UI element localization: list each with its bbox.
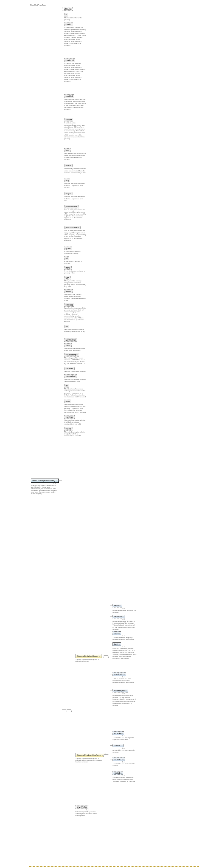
attr-desc: A qualified code which identifies a conc…: [64, 251, 86, 254]
attr-desc: The unit of the value attribute - expres…: [64, 378, 86, 382]
concept-relationships-group: ConceptRelationshipsGroup ⊟: [76, 753, 106, 757]
element-desc: An identifier of a more specific concept…: [113, 763, 137, 767]
root-label: newsCoverageExtProperty: [32, 480, 55, 482]
attr-value: value: [64, 343, 71, 347]
attr-desc: Why the metadata has been included - exp…: [64, 196, 86, 203]
root-description: Extension Property; the semantics are de…: [31, 485, 58, 494]
element-broader: broader⊞: [113, 744, 124, 747]
attr-desc: The identifier of a concept defining the…: [64, 404, 86, 413]
attr-desc: If the property value is not defined, sp…: [64, 27, 86, 57]
attribute-column: idThe local identifier of the property.c…: [64, 13, 99, 438]
sequence-connector: [66, 710, 72, 712]
attr-howuri: howuri: [64, 164, 73, 167]
attr-validfrom: validfrom: [64, 415, 75, 419]
attr-desc: If set to true the corresponding propert…: [64, 122, 86, 147]
attr-desc: The datatype of the value attribute – it…: [64, 357, 86, 365]
attr-how: how: [64, 148, 70, 152]
attr-reluri: reluri: [64, 400, 71, 403]
cdg-desc: A group of properties required to define…: [76, 659, 103, 662]
element-desc: A natural language name for the concept.: [113, 609, 137, 613]
attr-desc: Indicates by which means the value was e…: [64, 168, 86, 177]
element-note: note⊞: [113, 631, 121, 635]
attr-desc: The date (and, optionally, the time) aft…: [64, 431, 86, 437]
crg-label: ConceptRelationshipsGroup: [77, 754, 101, 756]
sequence-connector: [103, 655, 109, 658]
attr-desc: The identifier of a concept defining the…: [64, 388, 86, 398]
attributes-box: attributes: [63, 7, 73, 11]
attr-qcode: qcode: [64, 247, 72, 250]
attr-desc: The local identifier of the property.: [64, 17, 86, 21]
type-title: Flex2ExtPropType: [30, 4, 198, 6]
concept-definition-group: ConceptDefinitionGroup ⊟: [76, 654, 102, 658]
attr-desc: One or many constraints that apply to pu…: [64, 209, 86, 224]
attr-desc: The directionality of textual content (e…: [64, 329, 86, 337]
attr-desc: One or many constraints that apply to pu…: [64, 230, 86, 245]
attr-desc: A URI which identifies a concept.: [64, 260, 86, 265]
element-desc: A natural language definition of the sem…: [113, 620, 137, 630]
attr-dir: dir: [64, 325, 69, 328]
expand-icon: ⊟: [99, 655, 100, 657]
attr-desc: The type of the concept assigned as cont…: [64, 280, 86, 288]
attr-validto: validto: [64, 427, 73, 431]
attr-creator: creator: [64, 23, 73, 26]
attr-modified: modified: [64, 94, 74, 98]
attr-desc: If the attribute is empty, specifies whi…: [64, 63, 86, 93]
attr-valueunit: valueunit: [64, 367, 75, 370]
attr-id: id: [64, 13, 68, 17]
root-occ: 0..∞: [54, 483, 56, 484]
any-occ: 0..∞: [86, 809, 89, 811]
attr-desc: A free-text value assigned as property v…: [64, 270, 86, 274]
attr-xml-lang: xml:lang: [64, 303, 74, 307]
crg-desc: A group of properties required to indica…: [76, 758, 103, 763]
attr-desc: The date (and, optionally, the time) whe…: [64, 98, 86, 116]
element-desc: An identifier of a more generic concept.: [113, 749, 137, 753]
element-facet: facet⊞: [113, 642, 121, 646]
any-desc: Extension point for provider-defined pro…: [76, 811, 100, 817]
element-desc: A link to an item or a web resource whic…: [113, 678, 137, 684]
element-desc: A related concept, where the relationshi…: [113, 777, 137, 783]
attr-desc: The date (and, optionally, the time) bef…: [64, 419, 86, 425]
cdg-label: ConceptDefinitionGroup: [77, 655, 98, 657]
attr-typeuri: typeuri: [64, 289, 73, 293]
element-remoteInfo: remoteInfo⊞: [113, 673, 126, 676]
element-desc: Represents the position of a concept in …: [113, 694, 137, 706]
element-desc: In NAR 1.8 and later, facet is deprecate…: [113, 648, 137, 659]
element-hierarchyInfo: hierarchyInfo⊞: [113, 689, 128, 692]
attr-desc: The type of the concept assigned as cont…: [64, 293, 86, 301]
attr-desc: The unit of the value attribute.: [64, 371, 86, 373]
sequence-connector: [103, 754, 109, 757]
attr-valuedatatype: valuedatatype: [64, 353, 79, 356]
element-desc: Additional natural language information …: [113, 637, 137, 641]
attr-desc: Why the metadata has been included - exp…: [64, 183, 86, 190]
attr-desc: The related value (see more in the spec …: [64, 347, 86, 351]
attr-pubconstrainturi: pubconstrainturi: [64, 226, 81, 229]
attr-desc: Indicates by which means the value was e…: [64, 153, 86, 162]
attr-pubconstraint: pubconstraint: [64, 205, 79, 209]
root-element: newsCoverageExtProperty ⊟: [31, 478, 59, 483]
element-name: name⊞: [113, 604, 122, 608]
element-desc: An identifier of a concept with equivale…: [113, 737, 137, 741]
element-definition: definition⊞: [113, 615, 125, 618]
expand-icon: ⊟: [56, 480, 57, 482]
attr-any---other: any ##other: [64, 338, 77, 342]
attr-desc: Specifies the language of this property …: [64, 307, 86, 323]
attr-type: type: [64, 276, 70, 279]
attr-valueunituri: valueunituri: [64, 374, 77, 378]
any-label: any ##other: [77, 806, 87, 808]
attributes-label: attributes: [64, 8, 71, 10]
attr-whyuri: whyuri: [64, 192, 73, 195]
element-sameAs: sameAs⊞: [113, 732, 124, 735]
attr-why: why: [64, 179, 70, 182]
attr-creatoruri: creatoruri: [64, 58, 75, 62]
any-other-element: any ##other: [76, 805, 88, 809]
element-related: related⊞: [113, 771, 123, 775]
attr-uri: uri: [64, 256, 69, 260]
attr-literal: literal: [64, 266, 71, 270]
attr-rel: rel: [64, 384, 69, 388]
element-narrower: narrower⊞: [113, 757, 125, 761]
attr-custom: custom: [64, 118, 73, 122]
